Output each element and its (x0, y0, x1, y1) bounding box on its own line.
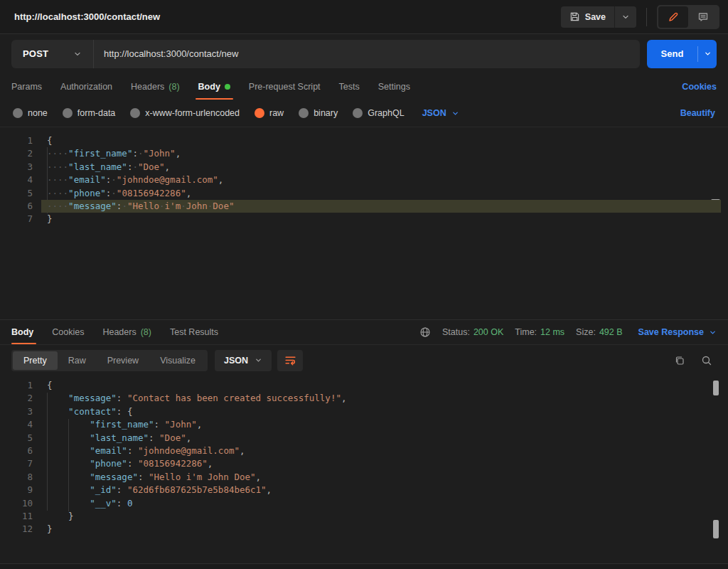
code-text: "__v": 0 (47, 497, 132, 510)
response-header: Body Cookies Headers (8) Test Results St… (0, 320, 728, 345)
view-tab-preview[interactable]: Preview (97, 351, 149, 370)
tab-params[interactable]: Params (11, 73, 51, 100)
code-line-6[interactable]: 6····"message":·"Hello·i'm·John·Doe" (0, 200, 728, 213)
line-number: 6 (0, 445, 33, 457)
code-text: "message": "Hello i'm John Doe", (47, 471, 261, 484)
response-tab-cookies[interactable]: Cookies (43, 320, 93, 344)
request-url-row: POST http://localhost:3000/contact/new S… (0, 34, 728, 73)
request-title: http://localhost:3000/contact/new (14, 11, 160, 22)
tab-tests[interactable]: Tests (330, 73, 369, 100)
body-type-binary[interactable]: binary (299, 108, 338, 118)
radio-icon (353, 108, 363, 118)
method-label: POST (23, 48, 48, 59)
tab-body[interactable]: Body (189, 73, 240, 100)
body-type-label: raw (269, 108, 284, 118)
body-type-none[interactable]: none (13, 108, 48, 118)
code-text: ····"first_name":·"John", (47, 147, 181, 160)
time-indicator: Time: 12 ms (515, 327, 564, 337)
line-number: 1 (0, 379, 33, 392)
body-type-form-data[interactable]: form-data (63, 108, 116, 118)
code-line-3[interactable]: 3····"last_name":·"Doe", (0, 161, 728, 174)
pencil-icon (668, 11, 679, 23)
line-number: 11 (0, 510, 33, 523)
code-text: "email": "johndoe@gmail.com", (47, 445, 245, 457)
response-body-editor[interactable]: 1{2 "message": "Contact has been created… (0, 376, 728, 563)
save-dropdown-button[interactable] (615, 6, 636, 28)
comments-button[interactable] (688, 6, 718, 28)
code-line-2: 2 "message": "Contact has been created s… (0, 392, 728, 405)
response-toolbar: Pretty Raw Preview Visualize JSON (0, 345, 728, 376)
code-text: "message": "Contact has been created suc… (47, 392, 346, 405)
radio-icon (13, 108, 23, 118)
body-type-raw[interactable]: raw (255, 108, 284, 118)
size-indicator: Size: 492 B (576, 327, 622, 337)
send-dropdown-button[interactable] (698, 40, 717, 68)
status-indicator: Status: 200 OK (442, 327, 503, 337)
copy-icon[interactable] (674, 355, 685, 366)
body-type-label: none (28, 108, 48, 118)
line-number: 9 (0, 484, 33, 496)
code-line-2[interactable]: 2····"first_name":·"John", (0, 147, 728, 160)
line-number: 7 (0, 213, 33, 225)
edit-mode-button[interactable] (658, 6, 688, 28)
app-window: http://localhost:3000/contact/new Save (0, 0, 728, 569)
code-text: "first_name": "John", (47, 418, 202, 431)
request-body-editor[interactable]: 1{2····"first_name":·"John",3····"last_n… (0, 127, 728, 320)
code-line-5[interactable]: 5····"phone":·"08156942286", (0, 187, 728, 200)
chevron-down-icon (621, 13, 630, 21)
chevron-down-icon (73, 50, 82, 58)
tab-authorization[interactable]: Authorization (51, 73, 122, 100)
tab-settings[interactable]: Settings (369, 73, 419, 100)
code-line-1: 1{ (0, 379, 728, 392)
code-text: } (47, 523, 53, 536)
response-headers-count-badge: (8) (141, 327, 151, 337)
code-line-4[interactable]: 4····"email":·"johndoe@gmail.com", (0, 174, 728, 186)
headers-count-badge: (8) (168, 82, 179, 92)
wrap-lines-button[interactable] (277, 350, 303, 371)
view-tab-pretty[interactable]: Pretty (13, 351, 58, 370)
tab-headers[interactable]: Headers (8) (122, 73, 189, 100)
send-button[interactable]: Send (647, 40, 717, 68)
response-format-select[interactable]: JSON (215, 350, 272, 371)
response-tab-test-results[interactable]: Test Results (161, 320, 228, 344)
tab-pre-request-script[interactable]: Pre-request Script (240, 73, 330, 100)
save-button[interactable]: Save (561, 6, 614, 28)
response-tab-body[interactable]: Body (11, 320, 43, 344)
chevron-down-icon (255, 356, 262, 364)
code-line-8: 8 "message": "Hello i'm John Doe", (0, 471, 728, 484)
response-meta: Status: 200 OK Time: 12 ms Size: 492 B S… (419, 326, 717, 338)
body-type-label: x-www-form-urlencoded (145, 108, 240, 118)
code-text: { (47, 134, 53, 147)
code-line-1[interactable]: 1{ (0, 134, 728, 147)
topbar-actions: Save (561, 5, 719, 29)
view-tab-raw[interactable]: Raw (58, 351, 97, 370)
save-response-button[interactable]: Save Response (638, 327, 717, 337)
bottom-strip (0, 563, 728, 569)
beautify-link[interactable]: Beautify (680, 108, 715, 118)
globe-icon (419, 326, 431, 338)
code-text: "phone": "08156942286", (47, 457, 213, 470)
search-icon[interactable] (701, 355, 712, 366)
code-line-7[interactable]: 7} (0, 213, 728, 225)
chevron-down-icon (709, 329, 717, 336)
cookies-link[interactable]: Cookies (682, 82, 717, 92)
response-tab-headers[interactable]: Headers (8) (93, 320, 161, 344)
code-text: } (47, 213, 53, 225)
line-number: 4 (0, 418, 33, 431)
body-format-select[interactable]: JSON (422, 108, 459, 118)
url-input[interactable]: http://localhost:3000/contact/new (94, 48, 248, 59)
code-text: } (47, 510, 74, 523)
send-label: Send (647, 40, 697, 68)
chevron-down-icon (451, 110, 459, 117)
code-line-3: 3 "contact": { (0, 405, 728, 418)
line-number: 10 (0, 497, 33, 510)
radio-icon (255, 108, 264, 118)
view-tab-visualize[interactable]: Visualize (149, 351, 206, 370)
code-line-7: 7 "phone": "08156942286", (0, 457, 728, 470)
body-type-label: form-data (77, 108, 116, 118)
response-view-tabs: Pretty Raw Preview Visualize (11, 350, 208, 371)
body-type-GraphQL[interactable]: GraphQL (353, 108, 404, 118)
comment-icon (697, 11, 709, 23)
body-type-x-www-form-urlencoded[interactable]: x-www-form-urlencoded (130, 108, 240, 118)
method-select[interactable]: POST (11, 40, 94, 68)
